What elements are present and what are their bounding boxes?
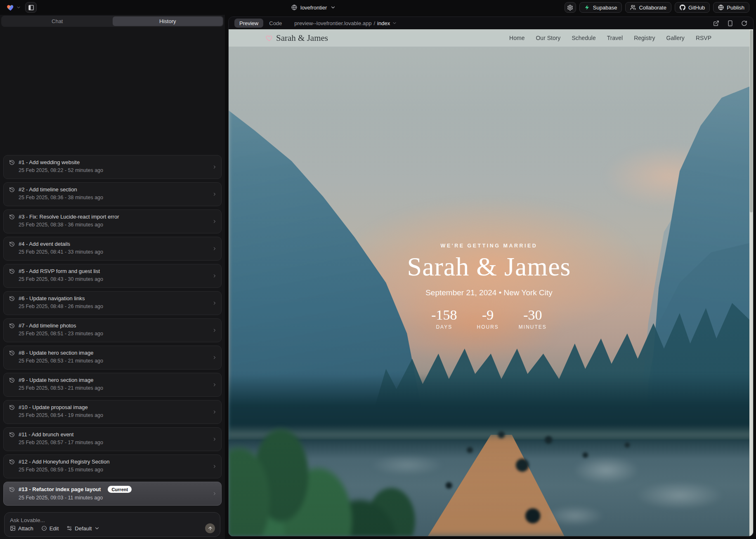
chat-input[interactable]	[10, 517, 215, 523]
panel-left-icon	[28, 5, 34, 11]
history-item-title: #6 - Update navigation links	[19, 295, 85, 301]
history-icon	[9, 405, 15, 410]
mode-selector[interactable]: Default	[66, 525, 100, 532]
publish-label: Publish	[727, 5, 744, 11]
chevron-right-icon[interactable]	[212, 219, 217, 224]
lovable-heart-icon	[7, 4, 14, 12]
site-nav-link[interactable]: Travel	[607, 35, 623, 41]
tab-chat[interactable]: Chat	[2, 16, 113, 26]
settings-button[interactable]	[565, 2, 576, 13]
chevron-right-icon[interactable]	[212, 301, 217, 306]
attach-button[interactable]: Attach	[10, 525, 33, 532]
chevron-right-icon[interactable]	[212, 410, 217, 414]
external-link-icon[interactable]	[713, 20, 719, 26]
countdown-value: -9	[477, 308, 498, 322]
supabase-button[interactable]: Supabase	[579, 2, 622, 13]
edit-label: Edit	[50, 525, 59, 532]
history-item[interactable]: #6 - Update navigation links 25 Feb 2025…	[3, 291, 222, 315]
topbar-actions: Supabase Collaborate GitHub Publish	[565, 2, 749, 13]
history-item-title: #3 - Fix: Resolve Lucide-react import er…	[19, 214, 119, 220]
chevron-right-icon[interactable]	[212, 165, 217, 169]
site-nav-link[interactable]: RSVP	[696, 35, 711, 41]
history-icon	[9, 296, 15, 301]
chevron-right-icon[interactable]	[212, 246, 217, 251]
preview-actions	[713, 20, 747, 26]
history-item-timestamp: 25 Feb 2025, 08:22 - 52 minutes ago	[19, 167, 209, 173]
countdown-cell: -9 HOURS	[477, 308, 498, 330]
chevron-right-icon[interactable]	[212, 328, 217, 333]
history-item[interactable]: #1 - Add wedding website 25 Feb 2025, 08…	[3, 155, 222, 179]
history-item[interactable]: #11 - Add brunch event 25 Feb 2025, 08:5…	[3, 427, 222, 451]
top-bar: lovefrontier Supabase Collaborate GitHub	[0, 0, 756, 15]
history-item-title: #1 - Add wedding website	[19, 159, 80, 165]
tab-code[interactable]: Code	[269, 20, 282, 26]
history-item[interactable]: #4 - Add event details 25 Feb 2025, 08:4…	[3, 237, 222, 261]
chevron-right-icon[interactable]	[212, 273, 217, 278]
history-item[interactable]: #13 - Refactor index page layout Current…	[3, 482, 222, 506]
history-icon	[9, 432, 15, 438]
history-item-timestamp: 25 Feb 2025, 08:48 - 26 minutes ago	[19, 304, 209, 309]
chevron-right-icon[interactable]	[212, 437, 217, 442]
sidebar-toggle-button[interactable]	[25, 2, 37, 13]
preview-url[interactable]: preview--lovefrontier.lovable.app / inde…	[294, 20, 397, 26]
heart-icon	[266, 35, 273, 42]
chevron-right-icon[interactable]	[212, 464, 217, 469]
send-button[interactable]	[205, 523, 215, 533]
history-item-title: #13 - Refactor index page layout	[19, 486, 101, 492]
history-item-timestamp: 25 Feb 2025, 08:41 - 33 minutes ago	[19, 249, 209, 255]
history-item[interactable]: #9 - Update hero section image 25 Feb 20…	[3, 373, 222, 397]
site-logo[interactable]: Sarah & James	[266, 33, 328, 43]
history-item[interactable]: #8 - Update hero section image 25 Feb 20…	[3, 346, 222, 370]
history-item[interactable]: #7 - Add timeline photos 25 Feb 2025, 08…	[3, 318, 222, 342]
site-nav-link[interactable]: Registry	[634, 35, 655, 41]
refresh-icon[interactable]	[741, 20, 747, 26]
chevron-right-icon[interactable]	[212, 382, 217, 387]
history-item-timestamp: 25 Feb 2025, 08:54 - 19 minutes ago	[19, 412, 209, 418]
smartphone-icon[interactable]	[727, 20, 733, 26]
edit-button[interactable]: Edit	[41, 525, 59, 532]
chevron-right-icon[interactable]	[212, 355, 217, 360]
hero-title: Sarah & James	[229, 254, 749, 280]
history-icon	[9, 268, 15, 274]
tab-preview[interactable]: Preview	[234, 19, 263, 28]
history-item[interactable]: #10 - Update proposal image 25 Feb 2025,…	[3, 400, 222, 424]
history-item[interactable]: #5 - Add RSVP form and guest list 25 Feb…	[3, 264, 222, 288]
history-item-title: #4 - Add event details	[19, 241, 70, 247]
history-item[interactable]: #12 - Add Honeyfund Registry Section 25 …	[3, 454, 222, 478]
project-selector[interactable]: lovefrontier	[291, 0, 336, 15]
github-button[interactable]: GitHub	[675, 2, 710, 13]
site-scrollbar[interactable]	[749, 29, 753, 536]
history-item-timestamp: 25 Feb 2025, 08:51 - 23 minutes ago	[19, 331, 209, 337]
image-icon	[10, 525, 16, 531]
chevron-right-icon[interactable]	[212, 192, 217, 197]
supabase-label: Supabase	[593, 5, 617, 11]
hero-eyebrow: WE'RE GETTING MARRIED	[229, 243, 749, 249]
history-item[interactable]: #3 - Fix: Resolve Lucide-react import er…	[3, 209, 222, 233]
history-item-timestamp: 25 Feb 2025, 08:36 - 38 minutes ago	[19, 195, 209, 200]
tab-history[interactable]: History	[113, 16, 223, 26]
site-nav-link[interactable]: Our Story	[536, 35, 560, 41]
countdown-label: HOURS	[477, 324, 498, 330]
lovable-logo-menu[interactable]	[7, 4, 21, 12]
publish-button[interactable]: Publish	[713, 2, 749, 13]
scrollbar-thumb[interactable]	[750, 30, 753, 212]
history-item[interactable]: #2 - Add timeline section 25 Feb 2025, 0…	[3, 182, 222, 206]
history-item-timestamp: 25 Feb 2025, 08:57 - 17 minutes ago	[19, 440, 209, 445]
site-preview: Sarah & James HomeOur StoryScheduleTrave…	[229, 29, 753, 536]
history-item-timestamp: 25 Feb 2025, 09:03 - 11 minutes ago	[19, 495, 209, 501]
chevron-right-icon[interactable]	[212, 491, 217, 496]
history-icon	[9, 487, 15, 492]
history-item-timestamp: 25 Feb 2025, 08:53 - 21 minutes ago	[19, 358, 209, 364]
collaborate-label: Collaborate	[639, 5, 666, 11]
project-name: lovefrontier	[300, 5, 327, 11]
countdown: -158 DAYS -9 HOURS -30 MINUTES	[229, 308, 749, 330]
history-item-title: #9 - Update hero section image	[19, 377, 93, 383]
url-separator: /	[373, 20, 375, 26]
site-nav-link[interactable]: Schedule	[572, 35, 595, 41]
current-badge: Current	[108, 486, 132, 493]
site-nav-link[interactable]: Home	[509, 35, 524, 41]
collaborate-button[interactable]: Collaborate	[625, 2, 671, 13]
github-icon	[680, 5, 685, 10]
site-nav-link[interactable]: Gallery	[666, 35, 685, 41]
history-icon	[9, 160, 15, 165]
